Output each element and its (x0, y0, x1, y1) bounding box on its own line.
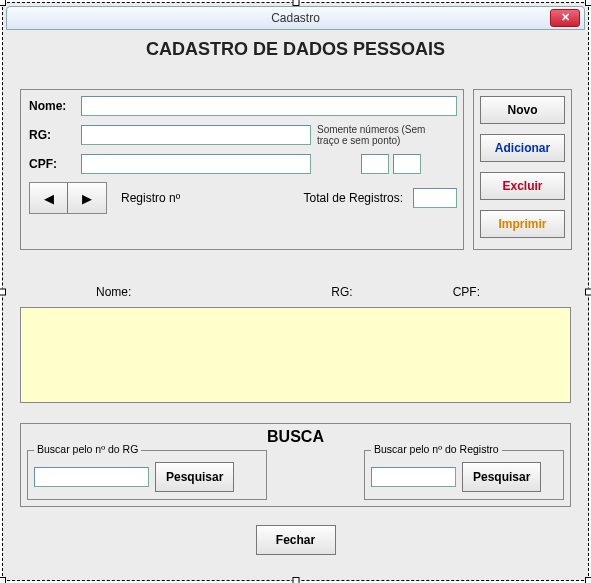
resize-handle[interactable] (585, 0, 591, 6)
column-cpf: CPF: (453, 285, 480, 299)
buscar-por-registro-group: Buscar pelo nº do Registro Pesquisar (364, 450, 564, 500)
resize-handle[interactable] (0, 0, 6, 6)
rg-hint: Somente números (Sem traço e sem ponto) (317, 124, 449, 146)
records-listbox[interactable] (20, 307, 571, 403)
busca-panel: BUSCA Buscar pelo nº do RG Pesquisar Bus… (20, 423, 571, 507)
arrow-left-icon: ◀ (44, 191, 54, 206)
resize-handle[interactable] (585, 577, 591, 583)
imprimir-button[interactable]: Imprimir (480, 210, 565, 238)
nome-label: Nome: (29, 99, 81, 113)
window-close-button[interactable]: ✕ (550, 9, 580, 27)
resize-handle[interactable] (585, 288, 591, 295)
buscar-por-rg-group: Buscar pelo nº do RG Pesquisar (27, 450, 267, 500)
buscar-registro-legend: Buscar pelo nº do Registro (371, 443, 502, 455)
rg-label: RG: (29, 128, 81, 142)
prev-record-button[interactable]: ◀ (30, 183, 68, 213)
buscar-rg-input[interactable] (34, 467, 149, 487)
cpf-label: CPF: (29, 157, 81, 171)
buscar-rg-legend: Buscar pelo nº do RG (34, 443, 141, 455)
next-record-button[interactable]: ▶ (68, 183, 106, 213)
cpf-extra1-input[interactable] (361, 154, 389, 174)
fechar-button[interactable]: Fechar (256, 525, 336, 555)
resize-handle[interactable] (0, 288, 6, 295)
actions-panel: Novo Adicionar Excluir Imprimir (473, 89, 572, 250)
window-body: CADASTRO DE DADOS PESSOAIS Nome: RG: Som… (8, 31, 583, 575)
rg-input[interactable] (81, 125, 311, 145)
window-title: Cadastro (271, 11, 320, 25)
nome-input[interactable] (81, 96, 457, 116)
column-nome: Nome: (96, 285, 131, 299)
buscar-rg-button[interactable]: Pesquisar (155, 462, 234, 492)
total-label: Total de Registros: (304, 191, 403, 205)
list-header: Nome: RG: CPF: (20, 281, 571, 303)
arrow-right-icon: ▶ (82, 191, 92, 206)
designer-canvas: Cadastro ✕ CADASTRO DE DADOS PESSOAIS No… (2, 2, 589, 581)
excluir-button[interactable]: Excluir (480, 172, 565, 200)
buscar-registro-button[interactable]: Pesquisar (462, 462, 541, 492)
novo-button[interactable]: Novo (480, 96, 565, 124)
column-rg: RG: (331, 285, 352, 299)
resize-handle[interactable] (292, 577, 299, 583)
page-title: CADASTRO DE DADOS PESSOAIS (142, 31, 449, 70)
total-registros-field[interactable] (413, 188, 457, 208)
cpf-input[interactable] (81, 154, 311, 174)
form-panel: Nome: RG: Somente números (Sem traço e s… (20, 89, 464, 250)
close-icon: ✕ (561, 11, 570, 23)
window-titlebar: Cadastro ✕ (6, 6, 585, 30)
registro-label: Registro nº (121, 191, 180, 205)
resize-handle[interactable] (0, 577, 6, 583)
adicionar-button[interactable]: Adicionar (480, 134, 565, 162)
cpf-extra2-input[interactable] (393, 154, 421, 174)
buscar-registro-input[interactable] (371, 467, 456, 487)
